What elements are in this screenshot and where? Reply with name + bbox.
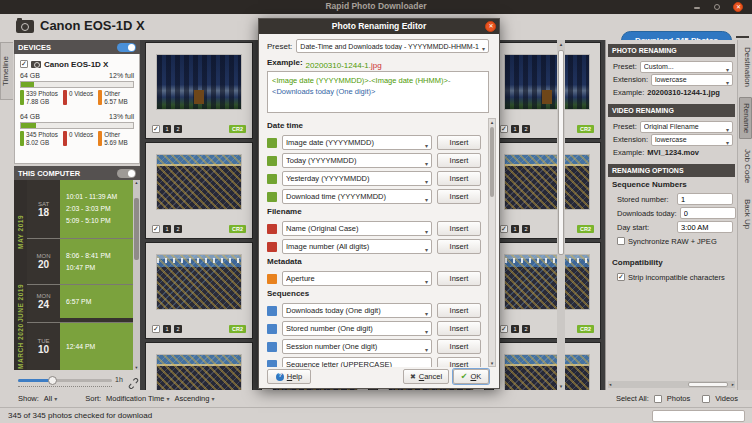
thumbnail-card[interactable]: 12CR2	[493, 42, 601, 139]
cancel-button[interactable]: Cancel	[403, 369, 449, 384]
maximize-icon[interactable]	[714, 4, 720, 10]
timeline-scrollbar[interactable]: ▴ ▾	[133, 180, 140, 370]
strip-incompatible-checkbox[interactable]	[617, 273, 625, 281]
thumbnail-card[interactable]: 12CR2	[493, 242, 601, 339]
insert-button[interactable]: Insert	[437, 321, 481, 336]
dialog-close-icon[interactable]	[485, 21, 496, 32]
timeline-group[interactable]: TUE1012:44 PM	[27, 322, 133, 370]
video-extension-select[interactable]: lowercase	[651, 134, 733, 146]
component-select[interactable]: Image date (YYYYMMDD)	[282, 135, 432, 150]
scrollbar-thumb[interactable]	[490, 127, 494, 197]
insert-button[interactable]: Insert	[437, 135, 481, 150]
right-arrow-icon[interactable]: ▸	[732, 382, 734, 387]
left-arrow-icon[interactable]: ◂	[609, 382, 611, 387]
photo-preset-select[interactable]: Custom...	[640, 61, 733, 73]
thumbnail-card[interactable]: 12CR2	[145, 42, 253, 139]
photo-extension-select[interactable]: lowercase	[651, 74, 733, 86]
scrollbar-thumb[interactable]	[688, 382, 728, 387]
insert-button[interactable]: Insert	[437, 171, 481, 186]
select-all-videos-checkbox[interactable]	[702, 395, 710, 403]
tab-destination[interactable]: Destination	[739, 42, 752, 92]
rename-component-row: Today (YYYYMMDD)Insert	[267, 153, 481, 168]
insert-button[interactable]: Insert	[437, 339, 481, 354]
dialog-titlebar[interactable]: Photo Renaming Editor	[259, 19, 499, 34]
component-select[interactable]: Session number (One digit)	[282, 339, 432, 354]
sort-field-dropdown[interactable]: Modification Time	[106, 394, 169, 403]
thumbnail-checkbox[interactable]	[500, 225, 508, 233]
component-select[interactable]: Image number (All digits)	[282, 239, 432, 254]
stored-number-input[interactable]	[677, 193, 733, 205]
timeline-group[interactable]: MON208:06 - 8:41 PM10:47 PM	[27, 238, 133, 284]
component-select[interactable]: Download time (YYYYMMDD)	[282, 189, 432, 204]
show-filter-dropdown[interactable]: All	[44, 394, 57, 403]
tab-timeline[interactable]: Timeline	[0, 42, 13, 100]
down-arrow-icon[interactable]	[489, 360, 495, 366]
component-select[interactable]: Stored number (One digit)	[282, 321, 432, 336]
down-arrow-icon[interactable]: ▾	[133, 365, 140, 370]
storage-full: 12% full	[109, 72, 134, 79]
preset-select[interactable]: Date-Time and Downloads today - YYYYMMDD…	[296, 39, 489, 53]
component-select[interactable]: Downloads today (One digit)	[282, 303, 432, 318]
thumbnail-checkbox[interactable]	[152, 125, 160, 133]
up-arrow-icon[interactable]	[489, 119, 495, 125]
component-select[interactable]: Yesterday (YYYYMMDD)	[282, 171, 432, 186]
thumbnail-checkbox[interactable]	[500, 125, 508, 133]
tab-job-code[interactable]: Job Code	[739, 144, 752, 188]
thumbnail-card[interactable]: 12CR2	[493, 342, 601, 390]
day-start-input[interactable]	[677, 221, 733, 233]
this-computer-toggle[interactable]	[117, 169, 136, 178]
dialog-scrollbar[interactable]	[488, 118, 496, 367]
insert-button[interactable]: Insert	[437, 239, 481, 254]
component-select[interactable]: Today (YYYYMMDD)	[282, 153, 432, 168]
scrollbar-thumb[interactable]	[558, 50, 564, 255]
up-arrow-icon[interactable]: ▴	[133, 180, 140, 185]
insert-button[interactable]: Insert	[437, 303, 481, 318]
down-arrow-icon[interactable]: ▾	[557, 383, 565, 389]
videos-legend-swatch	[63, 90, 67, 105]
sort-order-dropdown[interactable]: Ascending	[174, 394, 214, 403]
insert-button[interactable]: Insert	[437, 357, 481, 367]
component-select[interactable]: Sequence letter (UPPERCASE)	[282, 357, 432, 367]
insert-button[interactable]: Insert	[437, 271, 481, 286]
device-checkbox[interactable]	[20, 60, 28, 68]
card-slot-badge: 1	[511, 225, 519, 233]
video-preset-select[interactable]: Original Filename	[640, 121, 733, 133]
tab-rename[interactable]: Rename	[739, 97, 752, 139]
up-arrow-icon[interactable]: ▴	[557, 41, 565, 47]
thumbnail-card[interactable]: 12CR2	[493, 142, 601, 239]
timeline-range-slider[interactable]	[18, 379, 112, 382]
rename-pattern-editor[interactable]: <Image date (YYYYMMDD)>-<Image date (HHM…	[267, 71, 489, 113]
close-icon[interactable]	[733, 2, 743, 12]
example-label: Example:	[267, 58, 303, 67]
devices-toggle[interactable]	[117, 43, 136, 52]
thumbnail-card[interactable]: 12CR2	[145, 342, 253, 390]
component-select-value: Yesterday (YYYYMMDD)	[286, 174, 425, 183]
horizontal-scrollbar[interactable]: ◂ ▸	[608, 381, 735, 388]
thumbnail-checkbox[interactable]	[152, 225, 160, 233]
timeline-group[interactable]: SAT1810:01 - 11:39 AM2:03 - 3:03 PM5:09 …	[27, 180, 133, 238]
slider-handle[interactable]	[48, 376, 57, 385]
ok-button[interactable]: OK	[453, 369, 489, 384]
tab-back-up[interactable]: Back Up	[739, 194, 752, 234]
insert-button[interactable]: Insert	[437, 153, 481, 168]
thumbnail-card[interactable]: 12CR2	[145, 242, 253, 339]
insert-button[interactable]: Insert	[437, 221, 481, 236]
extension-label: Extension:	[613, 75, 648, 84]
select-all-photos-checkbox[interactable]	[654, 395, 662, 403]
timeline-widget[interactable]: MAY 2019SAT1810:01 - 11:39 AM2:03 - 3:03…	[14, 180, 133, 370]
minimize-icon[interactable]	[694, 7, 700, 9]
insert-button[interactable]: Insert	[437, 189, 481, 204]
timeline-group[interactable]: MON246:57 PM	[27, 284, 133, 318]
thumbnail-scrollbar[interactable]: ▴ ▾	[557, 40, 565, 390]
help-button[interactable]: Help	[267, 369, 311, 384]
component-select[interactable]: Aperture	[282, 271, 432, 286]
thumbnail-checkbox[interactable]	[500, 325, 508, 333]
downloads-today-input[interactable]	[680, 207, 736, 219]
synchronize-checkbox[interactable]	[617, 237, 625, 245]
component-select[interactable]: Name (Original Case)	[282, 221, 432, 236]
thumbnail-card[interactable]: 12CR2	[145, 142, 253, 239]
thumbnail-checkbox[interactable]	[152, 325, 160, 333]
storage-progress-bar	[20, 122, 134, 129]
timeline-day-number: 24	[38, 299, 49, 310]
device-row[interactable]: Canon EOS-1D X	[20, 58, 134, 70]
